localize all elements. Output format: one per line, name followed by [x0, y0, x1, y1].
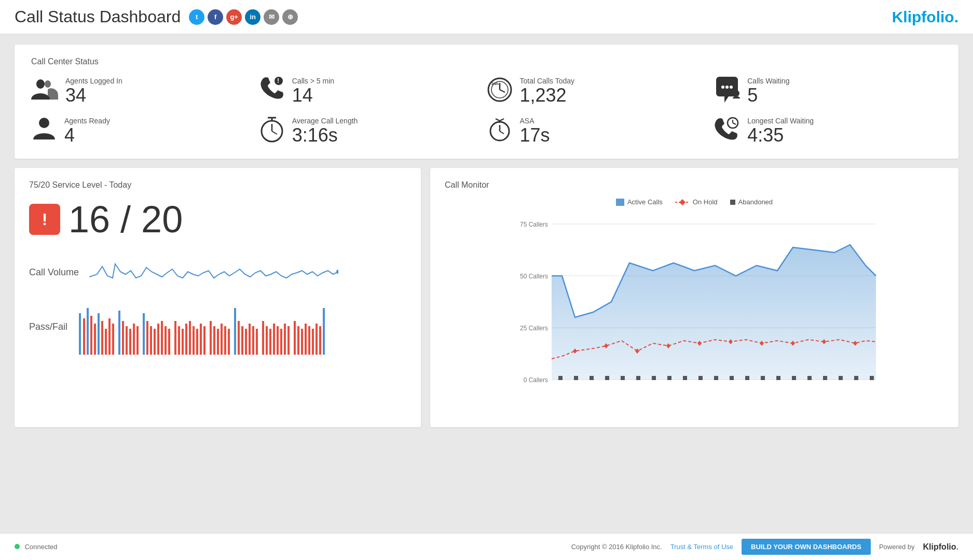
active-calls-legend-label: Active Calls	[627, 198, 663, 206]
svg-rect-119	[667, 376, 671, 380]
chart-legend: Active Calls On Hold Abandoned	[445, 198, 944, 206]
svg-rect-65	[221, 324, 223, 355]
svg-text:75 Callers: 75 Callers	[520, 221, 548, 228]
calls-5min-item: ! Calls > 5 min 14	[259, 77, 487, 106]
svg-rect-86	[305, 324, 307, 355]
call-monitor-title: Call Monitor	[445, 180, 944, 190]
agents-ready-value: 4	[64, 125, 110, 146]
svg-rect-89	[316, 324, 318, 355]
link-icon[interactable]: ⊕	[282, 9, 298, 25]
copyright-text: Copyright © 2016 Klipfolio Inc.	[571, 543, 662, 551]
svg-rect-76	[266, 326, 268, 355]
longest-call-item: Longest Call Waiting 4:35	[714, 117, 942, 146]
svg-rect-61	[203, 326, 205, 355]
svg-rect-83	[294, 321, 296, 355]
svg-rect-31	[87, 308, 89, 355]
call-volume-label: Call Volume	[29, 267, 79, 278]
svg-rect-38	[112, 324, 114, 355]
call-monitor-chart: 75 Callers 50 Callers 25 Callers 0 Calle…	[445, 211, 944, 403]
asa-value: 17s	[520, 125, 550, 146]
svg-rect-67	[228, 329, 230, 355]
agents-logged-in-label: Agents Logged In	[65, 77, 122, 85]
svg-rect-29	[79, 313, 81, 355]
agents-ready-icon	[31, 117, 57, 143]
header-left: Call Status Dashboard t f g+ in ✉ ⊕	[15, 7, 298, 26]
svg-rect-75	[262, 321, 264, 355]
main-content: Call Center Status Agents Logged In 34	[0, 34, 973, 438]
svg-point-11	[730, 86, 733, 89]
svg-rect-122	[714, 376, 718, 380]
legend-active-calls: Active Calls	[616, 198, 663, 206]
social-icons: t f g+ in ✉ ⊕	[189, 9, 298, 25]
svg-rect-45	[143, 313, 145, 355]
calls-5min-label: Calls > 5 min	[292, 77, 334, 85]
svg-rect-44	[136, 326, 139, 355]
svg-point-13	[39, 118, 49, 128]
google-icon[interactable]: g+	[226, 9, 242, 25]
facebook-icon[interactable]: f	[208, 9, 223, 25]
avg-call-length-icon	[259, 117, 285, 146]
total-calls-icon: 24h	[487, 77, 513, 106]
svg-rect-51	[165, 326, 167, 355]
avg-call-length-info: Average Call Length 3:16s	[292, 117, 358, 146]
svg-text:!: !	[277, 77, 279, 85]
agents-logged-in-icon	[31, 77, 58, 103]
svg-rect-42	[129, 329, 131, 355]
svg-rect-69	[238, 321, 240, 355]
page-title: Call Status Dashboard	[15, 7, 181, 26]
total-calls-info: Total Calls Today 1,232	[520, 77, 575, 106]
status-grid: Agents Logged In 34 ! Calls > 5 min 14	[31, 77, 942, 146]
pass-fail-label: Pass/Fail	[29, 321, 67, 332]
svg-rect-117	[636, 376, 640, 380]
svg-point-9	[721, 86, 724, 89]
build-dashboard-button[interactable]: BUILD YOUR OWN DASHBOARDS	[742, 539, 871, 555]
email-icon[interactable]: ✉	[264, 9, 279, 25]
asa-item: ASA 17s	[487, 117, 715, 146]
svg-rect-78	[273, 324, 275, 355]
svg-rect-82	[287, 326, 290, 355]
svg-rect-49	[157, 324, 159, 355]
svg-rect-54	[178, 326, 180, 355]
svg-rect-88	[312, 329, 314, 355]
svg-rect-84	[297, 326, 299, 355]
svg-line-21	[500, 131, 504, 134]
status-card: Call Center Status Agents Logged In 34	[15, 45, 958, 159]
terms-link[interactable]: Trust & Terms of Use	[670, 543, 733, 551]
calls-waiting-info: Calls Waiting 5	[747, 77, 789, 106]
agents-ready-label: Agents Ready	[64, 117, 110, 125]
svg-rect-64	[217, 329, 219, 355]
svg-rect-91	[323, 308, 325, 355]
service-level-card: 75/20 Service Level - Today ! 16 / 20 Ca…	[15, 168, 421, 427]
svg-rect-129	[823, 376, 827, 380]
svg-rect-68	[234, 308, 236, 355]
svg-rect-41	[126, 326, 128, 355]
svg-line-23	[500, 119, 504, 121]
powered-by-text: Powered by	[879, 543, 915, 551]
call-volume-chart	[89, 256, 338, 292]
calls-waiting-icon	[714, 77, 740, 106]
svg-rect-37	[108, 318, 111, 355]
svg-rect-57	[189, 321, 191, 355]
klipfolio-dot: .	[954, 8, 958, 25]
longest-call-info: Longest Call Waiting 4:35	[747, 117, 814, 146]
svg-rect-126	[776, 376, 780, 380]
call-monitor-card: Call Monitor Active Calls On Hold Abando…	[430, 168, 958, 427]
total-calls-value: 1,232	[520, 85, 575, 106]
svg-rect-77	[269, 329, 271, 355]
svg-rect-50	[161, 321, 163, 355]
svg-rect-48	[154, 329, 156, 355]
svg-rect-79	[277, 326, 279, 355]
calls-5min-value: 14	[292, 85, 334, 106]
svg-rect-87	[308, 326, 310, 355]
svg-rect-116	[621, 376, 625, 380]
linkedin-icon[interactable]: in	[245, 9, 261, 25]
svg-rect-30	[83, 318, 85, 355]
svg-rect-131	[854, 376, 858, 380]
svg-rect-121	[698, 376, 703, 380]
svg-rect-56	[185, 324, 187, 355]
twitter-icon[interactable]: t	[189, 9, 204, 25]
klipfolio-name: Klipfolio	[892, 8, 954, 25]
svg-rect-33	[94, 324, 96, 355]
active-calls-swatch	[616, 199, 624, 206]
total-calls-item: 24h Total Calls Today 1,232	[487, 77, 715, 106]
